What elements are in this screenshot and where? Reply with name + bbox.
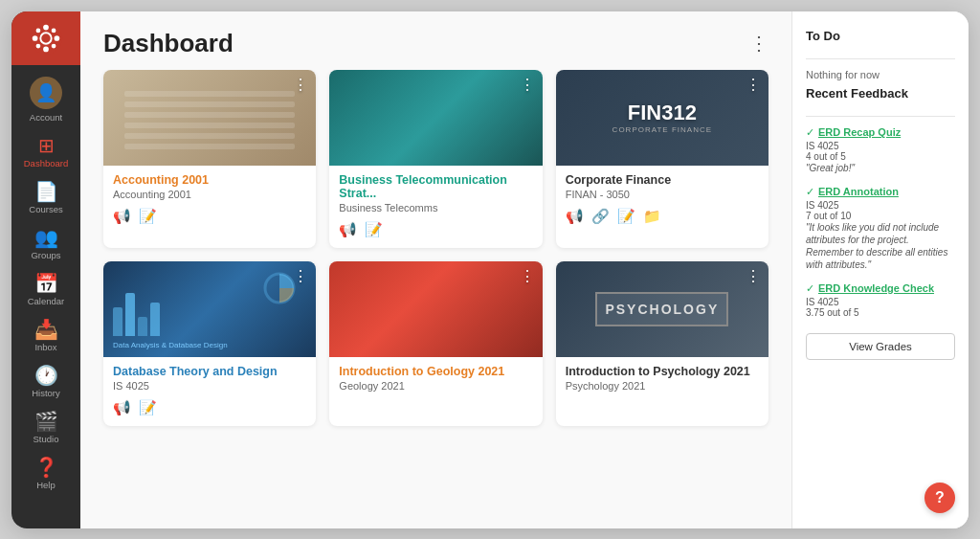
feedback-item-2: ✓ ERD Knowledge Check IS 4025 3.75 out o… (806, 282, 955, 318)
feedback-score-2: 3.75 out of 5 (806, 307, 955, 318)
todo-title: To Do (806, 29, 955, 43)
announce-icon-accounting[interactable]: 📢 (113, 208, 131, 225)
course-card-psychology[interactable]: PSYCHOLOGY ⋮ Introduction to Psychology … (556, 261, 768, 426)
svg-point-6 (36, 28, 41, 33)
card-course-name-psychology: Introduction to Psychology 2021 (566, 365, 759, 378)
announce-icon-telecom[interactable]: 📢 (339, 221, 357, 238)
course-card-accounting[interactable]: ⋮ Accounting 2001 Accounting 2001 📢 📝 (103, 70, 316, 248)
calendar-icon: 📅 (34, 274, 58, 293)
feedback-course-2: IS 4025 (806, 297, 955, 307)
sidebar-logo (11, 11, 80, 65)
course-card-database[interactable]: Data Analysis & Database Design (103, 261, 316, 426)
sidebar-item-groups[interactable]: 👥 Groups (11, 220, 80, 266)
feedback-name-2[interactable]: ERD Knowledge Check (818, 282, 934, 294)
assignment-icon-database[interactable]: 📝 (139, 399, 157, 416)
card-thumbnail-accounting: ⋮ (103, 70, 316, 166)
sidebar-item-inbox[interactable]: 📥 Inbox (11, 312, 80, 358)
feedback-course-1: IS 4025 (806, 200, 955, 211)
finance-thumb-overlay: FIN312 CORPORATE FINANCE (556, 70, 768, 166)
help-label: Help (36, 480, 56, 490)
help-fab-button[interactable]: ? (924, 483, 955, 513)
dashboard-label: Dashboard (24, 158, 68, 168)
calendar-label: Calendar (28, 296, 65, 306)
sidebar-item-courses[interactable]: 📄 Courses (11, 174, 80, 220)
card-course-code-psychology: Psychology 2021 (566, 380, 759, 392)
studio-label: Studio (33, 434, 59, 444)
feedback-title-row-1: ✓ ERD Annotation (806, 186, 955, 198)
feedback-name-0[interactable]: ERD Recap Quiz (818, 126, 901, 138)
sidebar-item-dashboard[interactable]: ⊞ Dashboard (11, 128, 80, 174)
card-course-code-finance: FINAN - 3050 (566, 189, 759, 200)
database-thumb-label: Data Analysis & Database Design (113, 341, 228, 349)
course-card-telecom[interactable]: ⋮ Business Telecommunication Strat... Bu… (329, 70, 542, 248)
check-icon-1: ✓ (806, 186, 814, 198)
feedback-comment-0: "Great job!" (806, 162, 955, 174)
courses-icon: 📄 (34, 182, 58, 201)
svg-point-2 (43, 24, 49, 30)
course-card-finance[interactable]: FIN312 CORPORATE FINANCE ⋮ Corporate Fin… (556, 70, 768, 248)
card-menu-button-psychology[interactable]: ⋮ (746, 267, 761, 285)
sidebar-item-history[interactable]: 🕐 History (11, 358, 80, 404)
card-body-accounting: Accounting 2001 Accounting 2001 📢 📝 (103, 166, 316, 235)
view-grades-button[interactable]: View Grades (806, 333, 955, 360)
todo-divider (806, 58, 955, 59)
more-options-icon[interactable]: ⋮ (749, 32, 768, 55)
card-menu-button-accounting[interactable]: ⋮ (293, 76, 308, 94)
announce-icon-finance[interactable]: 📢 (566, 208, 584, 225)
sidebar-item-calendar[interactable]: 📅 Calendar (11, 266, 80, 312)
card-thumbnail-telecom: ⋮ (329, 70, 542, 166)
history-icon: 🕐 (34, 366, 58, 385)
card-course-name-finance: Corporate Finance (566, 173, 759, 187)
feedback-name-1[interactable]: ERD Annotation (818, 186, 899, 197)
feedback-score-0: 4 out of 5 (806, 151, 955, 162)
sidebar-navigation: 👤 Account ⊞ Dashboard 📄 Courses 👥 Groups… (11, 65, 80, 496)
history-label: History (32, 388, 60, 398)
card-actions-database: 📢 📝 (113, 399, 306, 416)
svg-point-9 (36, 43, 41, 48)
main-content: Dashboard ⋮ ⋮ Accounting 2001 Acc (80, 11, 791, 528)
studio-icon: 🎬 (34, 412, 58, 431)
help-icon: ❓ (34, 458, 58, 477)
sidebar-item-help[interactable]: ❓ Help (11, 450, 80, 496)
psychology-thumb-label: PSYCHOLOGY (595, 292, 728, 326)
card-body-finance: Corporate Finance FINAN - 3050 📢 🔗 📝 📁 (556, 166, 768, 235)
card-menu-button-finance[interactable]: ⋮ (746, 76, 761, 94)
card-menu-button-geology[interactable]: ⋮ (520, 267, 535, 285)
card-thumbnail-finance: FIN312 CORPORATE FINANCE ⋮ (556, 70, 768, 166)
feedback-comment-1: "It looks like you did not include attri… (806, 221, 955, 271)
right-panel: To Do Nothing for now Recent Feedback ✓ … (791, 11, 969, 528)
card-course-name-database: Database Theory and Design (113, 365, 306, 378)
assignment-icon-finance[interactable]: 📝 (617, 208, 635, 225)
card-menu-button-telecom[interactable]: ⋮ (520, 76, 535, 94)
feedback-title-row-0: ✓ ERD Recap Quiz (806, 126, 955, 139)
assignment-icon-accounting[interactable]: 📝 (139, 208, 157, 225)
svg-point-8 (52, 28, 56, 33)
sidebar-item-account[interactable]: 👤 Account (11, 69, 80, 128)
groups-icon: 👥 (34, 228, 58, 247)
assignment-icon-telecom[interactable]: 📝 (365, 221, 383, 238)
sidebar-item-studio[interactable]: 🎬 Studio (11, 404, 80, 450)
todo-empty-message: Nothing for now (806, 69, 955, 80)
folder-icon-finance[interactable]: 📁 (643, 208, 661, 225)
main-header: Dashboard ⋮ (80, 11, 791, 70)
courses-grid: ⋮ Accounting 2001 Accounting 2001 📢 📝 ⋮ (80, 70, 791, 441)
card-body-telecom: Business Telecommunication Strat... Busi… (329, 166, 542, 248)
card-thumbnail-psychology: PSYCHOLOGY ⋮ (556, 261, 768, 357)
peer-review-icon-finance[interactable]: 🔗 (591, 208, 610, 225)
feedback-divider (806, 116, 955, 117)
card-course-name-geology: Introduction to Geology 2021 (339, 365, 532, 378)
card-menu-button-database[interactable]: ⋮ (293, 267, 308, 285)
check-icon-0: ✓ (806, 126, 814, 139)
card-course-code-geology: Geology 2021 (339, 380, 532, 392)
account-label: Account (30, 112, 62, 123)
courses-label: Courses (29, 204, 62, 214)
course-card-geology[interactable]: ⋮ Introduction to Geology 2021 Geology 2… (329, 261, 542, 426)
card-course-name-telecom: Business Telecommunication Strat... (339, 173, 532, 200)
card-course-code-telecom: Business Telecomms (339, 202, 532, 213)
card-course-name-accounting: Accounting 2001 (113, 173, 306, 187)
groups-label: Groups (31, 250, 60, 260)
announce-icon-database[interactable]: 📢 (113, 399, 131, 416)
accounting-thumbnail-decoration (113, 79, 306, 161)
feedback-title: Recent Feedback (806, 86, 955, 101)
feedback-item-1: ✓ ERD Annotation IS 4025 7 out of 10 "It… (806, 186, 955, 271)
